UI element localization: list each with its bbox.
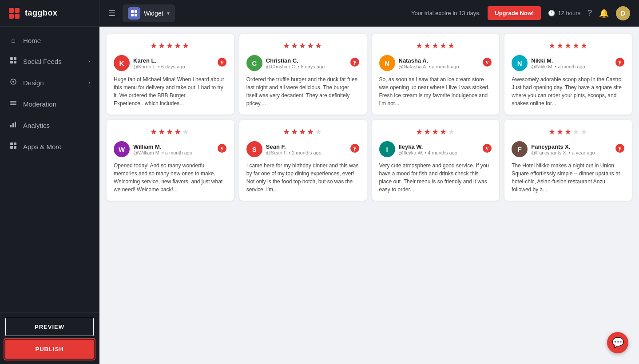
- help-icon[interactable]: ?: [587, 8, 592, 18]
- yelp-icon: y: [615, 143, 625, 155]
- sidebar-item-moderation[interactable]: Moderation: [0, 93, 99, 115]
- time-label: 12 hours: [558, 10, 580, 16]
- analytics-icon: [9, 121, 18, 130]
- yelp-icon: y: [482, 143, 492, 155]
- yelp-icon: y: [217, 57, 227, 69]
- svg-text:y: y: [353, 145, 356, 151]
- reviewer-meta: @Fancypants X. • a year ago: [531, 150, 611, 155]
- reviewer-avatar: C: [246, 55, 262, 71]
- reviewer-info: Christian C. @Christian C. • 6 days ago: [266, 57, 346, 69]
- reviewer-info: Karen L. @Karen L. • 6 days ago: [133, 57, 214, 69]
- svg-text:y: y: [486, 145, 489, 151]
- upgrade-button[interactable]: Upgrade Now!: [488, 6, 541, 20]
- chevron-right-icon: ›: [88, 58, 90, 64]
- review-card: ★★★★★ S Sean F. @Sean F. • 2 months ago …: [239, 120, 367, 201]
- reviews-grid: ★★★★★ K Karen L. @Karen L. • 6 days ago …: [107, 34, 632, 201]
- design-icon: [9, 78, 18, 87]
- reviewer-row: N Natasha A. @Natasha A. • a month ago y: [379, 55, 492, 71]
- review-card: ★★★★★ F Fancypants X. @Fancypants X. • a…: [504, 120, 632, 201]
- reviewer-meta: @Sean F. • 2 months ago: [266, 150, 346, 155]
- review-text: Very cute atmosphere and good service. I…: [379, 162, 492, 194]
- star-rating: ★★★★★: [379, 127, 492, 137]
- reviewer-meta: @Natasha A. • a month ago: [399, 64, 479, 69]
- logo-text: taggbox: [25, 8, 58, 18]
- menu-icon[interactable]: ☰: [108, 8, 115, 18]
- sidebar-item-label: Moderation: [23, 100, 90, 108]
- review-text: Opened today! And so many wonderful memo…: [114, 162, 227, 194]
- logo-icon: [7, 6, 21, 20]
- svg-rect-16: [10, 142, 13, 145]
- chat-icon: 💬: [612, 337, 624, 348]
- avatar[interactable]: D: [616, 6, 630, 20]
- reviewer-info: Sean F. @Sean F. • 2 months ago: [266, 143, 346, 155]
- svg-text:y: y: [221, 59, 224, 65]
- sidebar-item-apps-more[interactable]: Apps & More: [0, 136, 99, 157]
- reviewer-meta: @William M. • a month ago: [133, 150, 214, 155]
- widget-selector[interactable]: Widget ▾: [123, 4, 175, 22]
- sidebar-item-social-feeds[interactable]: Social Feeds ›: [0, 51, 99, 72]
- home-icon: ⌂: [9, 36, 18, 44]
- preview-button[interactable]: PREVIEW: [5, 318, 94, 336]
- apps-icon: [9, 142, 18, 151]
- social-feeds-icon: [9, 57, 18, 66]
- review-text: So, as soon as I saw that an ice cream s…: [379, 75, 492, 107]
- svg-rect-18: [10, 146, 13, 149]
- sidebar-item-label: Apps & More: [23, 143, 90, 150]
- svg-text:y: y: [221, 145, 224, 151]
- svg-point-9: [12, 81, 14, 83]
- chat-bubble[interactable]: 💬: [607, 332, 628, 353]
- svg-rect-5: [14, 57, 16, 60]
- bell-icon[interactable]: 🔔: [599, 8, 609, 18]
- sidebar-bottom: PREVIEW PUBLISH: [0, 312, 99, 364]
- svg-rect-10: [10, 101, 16, 102]
- star-rating: ★★★★★: [512, 127, 625, 137]
- sidebar-item-label: Design: [23, 79, 83, 87]
- star-rating: ★★★★★: [114, 127, 227, 137]
- reviewer-row: W William M. @William M. • a month ago y: [114, 141, 227, 157]
- star-rating: ★★★★★: [512, 41, 625, 51]
- svg-rect-3: [15, 14, 20, 19]
- reviewer-name: Fancypants X.: [531, 143, 611, 150]
- sidebar-item-label: Home: [23, 37, 90, 44]
- chevron-down-icon: ▾: [167, 10, 170, 16]
- reviewer-avatar: S: [246, 141, 262, 157]
- review-text: I came here for my birthday dinner and t…: [246, 162, 360, 194]
- star-rating: ★★★★★: [114, 41, 227, 51]
- sidebar-item-analytics[interactable]: Analytics: [0, 115, 99, 136]
- svg-rect-0: [9, 8, 14, 13]
- reviewer-avatar: N: [379, 55, 395, 71]
- review-text: Awesomely adorable scoop shop in the Cas…: [512, 75, 625, 107]
- reviewer-row: C Christian C. @Christian C. • 6 days ag…: [246, 55, 360, 71]
- logo: taggbox: [0, 0, 99, 27]
- review-card: ★★★★★ N Natasha A. @Natasha A. • a month…: [372, 34, 500, 115]
- yelp-icon: y: [615, 57, 625, 69]
- content-area: ★★★★★ K Karen L. @Karen L. • 6 days ago …: [99, 27, 639, 364]
- reviewer-name: Christian C.: [266, 57, 346, 64]
- review-text: Huge fan of Michael Mina! When I heard a…: [114, 75, 227, 107]
- svg-rect-13: [10, 125, 12, 127]
- svg-rect-12: [10, 104, 16, 105]
- svg-rect-6: [10, 61, 13, 63]
- svg-rect-2: [9, 14, 14, 19]
- reviewer-avatar: N: [512, 55, 528, 71]
- svg-rect-19: [14, 146, 16, 149]
- reviewer-info: William M. @William M. • a month ago: [133, 143, 214, 155]
- reviewer-name: William M.: [133, 143, 214, 150]
- sidebar-item-home[interactable]: ⌂ Home: [0, 30, 99, 51]
- reviewer-row: K Karen L. @Karen L. • 6 days ago y: [114, 55, 227, 71]
- reviewer-row: N Nikki M. @Nikki M. • a month ago y: [512, 55, 625, 71]
- reviewer-avatar: W: [114, 141, 130, 157]
- sidebar-item-design[interactable]: Design ›: [0, 72, 99, 93]
- star-rating: ★★★★★: [246, 41, 360, 51]
- logo-container: taggbox: [7, 6, 58, 20]
- header: ☰ Widget ▾ Your trial expire in 13 days.…: [99, 0, 639, 27]
- reviewer-row: I Ileyka W. @Ileyka W. • 4 months ago y: [379, 141, 492, 157]
- publish-button[interactable]: PUBLISH: [5, 340, 94, 359]
- yelp-icon: y: [350, 143, 360, 155]
- svg-rect-1: [15, 8, 20, 13]
- yelp-icon: y: [217, 143, 227, 155]
- reviewer-row: F Fancypants X. @Fancypants X. • a year …: [512, 141, 625, 157]
- reviewer-info: Natasha A. @Natasha A. • a month ago: [399, 57, 479, 69]
- sidebar: taggbox ⌂ Home Social Feeds ›: [0, 0, 99, 364]
- reviewer-meta: @Ileyka W. • 4 months ago: [399, 150, 479, 155]
